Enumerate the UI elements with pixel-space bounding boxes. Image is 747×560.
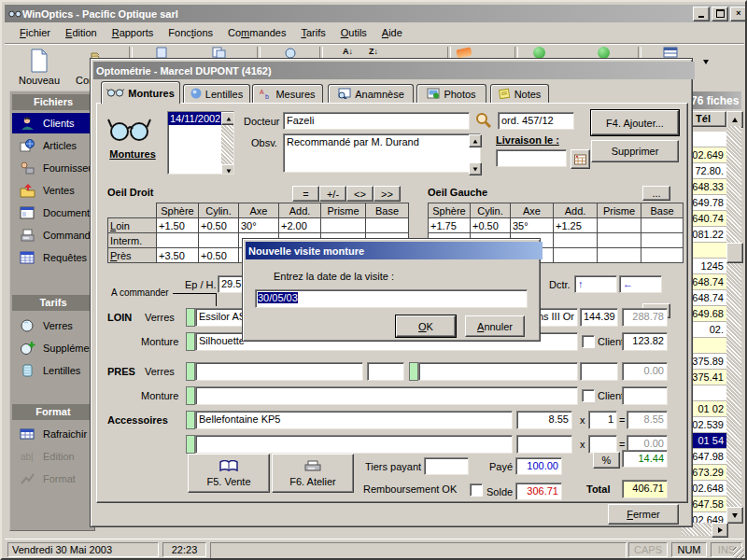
close-button[interactable]: ×: [730, 7, 747, 21]
od-loin-prisme-cell[interactable]: [321, 218, 366, 233]
maximize-button[interactable]: [712, 7, 728, 21]
oeil-gauche-more-button[interactable]: ...: [642, 186, 670, 201]
accessoire1-price-field[interactable]: 8.55: [516, 411, 572, 429]
obsv-scroll-up-button[interactable]: [469, 134, 482, 147]
tab-montures[interactable]: Montures: [101, 81, 180, 104]
menu-commandes[interactable]: Commandes: [220, 24, 293, 41]
sort-asc-icon[interactable]: A↓: [343, 47, 353, 56]
minimize-button[interactable]: [693, 7, 710, 21]
visit-date-item-selected[interactable]: 14/11/2002: [168, 112, 222, 125]
og-interm-base-cell[interactable]: [641, 233, 684, 248]
transpose-button[interactable]: <>: [346, 186, 374, 202]
og-loin-sphere-cell[interactable]: +1.75: [429, 218, 471, 233]
visit-list-scrollbar[interactable]: [221, 112, 233, 174]
od-pres-sphere-cell[interactable]: +3.50: [157, 248, 199, 263]
pres-client-checkbox[interactable]: [582, 389, 595, 402]
copy-right-button[interactable]: >>: [374, 186, 401, 202]
od-loin-axe-cell[interactable]: 30°: [239, 218, 279, 233]
client-scrollbar-track[interactable]: [726, 126, 741, 507]
remboursement-checkbox[interactable]: [470, 483, 483, 497]
og-loin-base-cell[interactable]: [641, 218, 684, 233]
menu-aide[interactable]: Aide: [374, 24, 410, 41]
menu-edition[interactable]: Edition: [58, 24, 105, 41]
sort-desc-icon[interactable]: Z↓: [369, 47, 378, 56]
dialog-titlebar[interactable]: Nouvelle visite monture: [246, 242, 543, 259]
accessoire2-qty-field[interactable]: [588, 435, 617, 454]
og-loin-prisme-cell[interactable]: [598, 218, 641, 233]
og-loin-axe-cell[interactable]: 35°: [511, 218, 554, 233]
og-pres-add-cell[interactable]: [554, 248, 598, 263]
tiers-payant-field[interactable]: [424, 457, 469, 475]
sidebar-item-supplements[interactable]: Suppléments: [12, 338, 94, 358]
tab-lentilles[interactable]: Lentilles: [183, 84, 250, 104]
od-loin-sphere-cell[interactable]: +1.50: [157, 218, 199, 233]
loin-verre1-order-marker[interactable]: [186, 308, 195, 327]
od-loin-add-cell[interactable]: +2.00: [279, 218, 321, 233]
percent-button[interactable]: %: [593, 452, 620, 469]
accessoire1-order-marker[interactable]: [186, 411, 195, 429]
tab-anamnese[interactable]: Anamnèse: [328, 84, 414, 104]
visit-list-scroll-down-button[interactable]: [221, 164, 234, 175]
sidebar-item-clients[interactable]: Clients: [12, 113, 94, 133]
pres-verre1-field[interactable]: [195, 362, 363, 381]
sidebar-item-ventes[interactable]: Ventes: [12, 180, 94, 201]
sidebar-item-articles[interactable]: Articles: [12, 135, 94, 156]
supprimer-button[interactable]: Supprimer: [591, 140, 679, 162]
og-pres-prisme-cell[interactable]: [598, 248, 641, 263]
menu-fichier[interactable]: Fichier: [12, 24, 58, 41]
paye-field[interactable]: 100.00: [515, 457, 562, 475]
sidebar-item-requetes[interactable]: Requêtes: [12, 247, 94, 268]
pres-verre1-price-field[interactable]: [367, 362, 404, 381]
fermer-button[interactable]: Fermer: [608, 504, 679, 525]
accessoire2-order-marker[interactable]: [186, 435, 195, 454]
accessoire1-qty-field[interactable]: 1: [588, 411, 617, 429]
obsv-scroll-down-button[interactable]: [469, 162, 482, 175]
main-titlebar[interactable]: WinOptics - Pacific Optique sarl ×: [5, 5, 747, 22]
tab-photos[interactable]: Photos: [416, 84, 486, 104]
accessoire2-price-field[interactable]: [516, 435, 572, 454]
og-pres-base-cell[interactable]: [641, 248, 684, 263]
od-loin-base-cell[interactable]: [366, 218, 409, 233]
pres-verre2-order-marker[interactable]: [409, 362, 418, 381]
og-interm-prisme-cell[interactable]: [598, 233, 641, 248]
menu-fonctions[interactable]: Fonctions: [161, 24, 220, 41]
search-docteur-icon[interactable]: [475, 112, 491, 130]
docteur-field[interactable]: Fazeli: [283, 112, 470, 130]
visit-date-input[interactable]: 30/05/03: [255, 289, 528, 308]
eraser-icon[interactable]: [456, 47, 472, 58]
pres-verre2-field[interactable]: [418, 362, 578, 381]
od-pres-cylin-cell[interactable]: +0.50: [199, 248, 239, 263]
od-interm-cylin-cell[interactable]: [199, 233, 239, 248]
visit-date-list[interactable]: 14/11/2002: [167, 111, 234, 175]
dctr-up-field[interactable]: ↑: [574, 275, 617, 293]
sidebar-item-documents[interactable]: Documents: [12, 203, 94, 223]
accessoire2-name-field[interactable]: [195, 435, 513, 454]
livraison-field[interactable]: [496, 149, 567, 167]
client-hscrollbar-right-button[interactable]: [712, 523, 728, 538]
visit-list-scroll-up-button[interactable]: [221, 112, 234, 125]
pres-monture-price-field[interactable]: [622, 386, 668, 405]
sidebar-item-commandes[interactable]: Commandes: [12, 225, 94, 245]
sidebar-item-lentilles[interactable]: Lentilles: [12, 360, 94, 381]
accessoire1-name-field[interactable]: Bellefontaine KP5: [195, 411, 513, 429]
og-loin-cylin-cell[interactable]: +0.50: [471, 218, 511, 233]
toolbar-overflow-chevron-icon[interactable]: [703, 60, 709, 64]
od-loin-cylin-cell[interactable]: +0.50: [199, 218, 239, 233]
f5-vente-button[interactable]: F5. Vente: [188, 454, 270, 493]
client-scrollbar-down-button[interactable]: [726, 507, 743, 524]
annuler-button[interactable]: Annuler: [465, 315, 525, 337]
pres-monture-field[interactable]: [195, 386, 578, 405]
od-interm-sphere-cell[interactable]: [157, 233, 199, 248]
dctr-left-field[interactable]: ←: [619, 275, 662, 293]
loin-client-checkbox[interactable]: [582, 335, 595, 348]
plus-minus-button[interactable]: +/-: [319, 186, 346, 202]
sidebar-item-fournisseurs[interactable]: Fournisseurs: [12, 158, 94, 178]
ok-button[interactable]: OK: [396, 315, 456, 337]
optometrie-titlebar[interactable]: Optométrie - Marcel DUPONT (4162): [93, 62, 695, 79]
menu-tarifs[interactable]: Tarifs: [293, 24, 332, 41]
menu-rapports[interactable]: Rapports: [105, 24, 162, 41]
calendar-button[interactable]: [571, 149, 590, 169]
resize-grip[interactable]: [733, 547, 744, 558]
ordonnance-field[interactable]: ord. 457/12: [498, 112, 574, 130]
og-interm-add-cell[interactable]: [554, 233, 598, 248]
